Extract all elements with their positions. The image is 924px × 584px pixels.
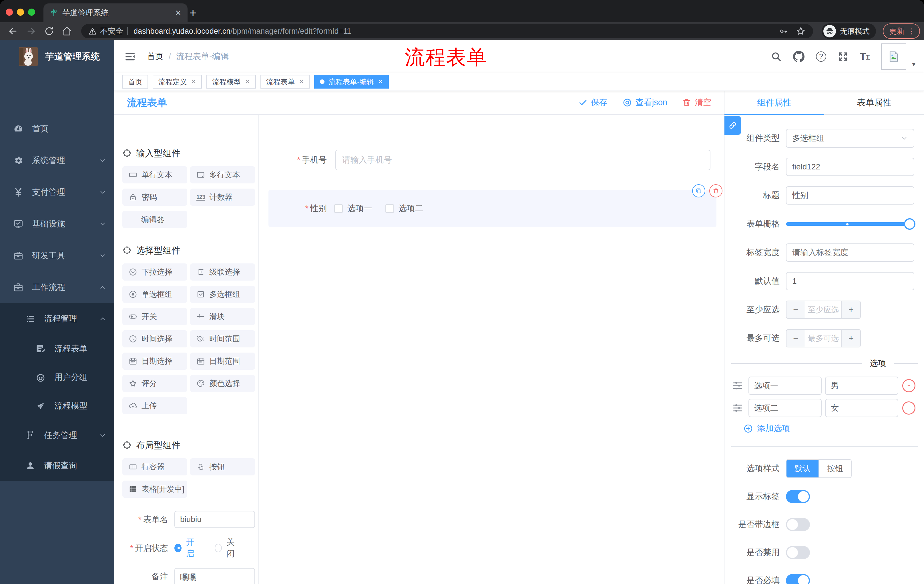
drag-handle-icon[interactable]: [732, 380, 743, 392]
canvas-field-phone[interactable]: *手机号 请输入手机号: [259, 147, 724, 173]
sidebar-item-system[interactable]: 系统管理: [0, 145, 114, 176]
zoom-window-button[interactable]: [28, 8, 35, 16]
grid-slider[interactable]: [786, 215, 914, 233]
palette-item-date-range[interactable]: 日期范围: [190, 352, 255, 370]
palette-item-button[interactable]: 按钮: [190, 458, 255, 475]
forward-icon[interactable]: [26, 26, 36, 36]
sidebar-item-process-model[interactable]: 流程模型: [0, 392, 114, 420]
sidebar-item-workflow[interactable]: 工作流程: [0, 271, 114, 303]
option1-label-input[interactable]: [749, 377, 822, 395]
title-input[interactable]: [786, 186, 914, 204]
minimize-window-button[interactable]: [17, 8, 24, 16]
sidebar-item-payment[interactable]: 支付管理: [0, 176, 114, 208]
palette-item-checkbox-group[interactable]: 多选框组: [190, 286, 255, 303]
delete-component-button[interactable]: [709, 184, 723, 197]
palette-item-rate[interactable]: 评分: [122, 375, 187, 392]
sidebar-item-home[interactable]: 首页: [0, 113, 114, 145]
gender-checkbox-option1[interactable]: 选项一: [334, 203, 372, 214]
close-window-button[interactable]: [6, 8, 13, 16]
style-default-button[interactable]: 默认: [787, 460, 818, 477]
bookmark-star-icon[interactable]: [796, 26, 806, 36]
sidebar-item-infra[interactable]: 基础设施: [0, 208, 114, 240]
status-radio-off[interactable]: 关闭: [215, 536, 239, 559]
design-canvas[interactable]: *手机号 请输入手机号: [259, 115, 724, 584]
slider-track[interactable]: [786, 222, 914, 226]
tag-close-icon[interactable]: ✕: [245, 78, 250, 86]
status-radio-on[interactable]: 开启: [174, 536, 199, 559]
label-width-input[interactable]: [786, 243, 914, 262]
default-value-input[interactable]: [786, 272, 914, 290]
caret-down-icon[interactable]: ▼: [911, 61, 917, 68]
hamburger-fold-icon[interactable]: [124, 51, 136, 63]
link-drag-tag[interactable]: [724, 116, 741, 135]
palette-item-switch[interactable]: 开关: [122, 308, 187, 325]
duplicate-component-button[interactable]: [692, 184, 705, 197]
remove-option-button[interactable]: −: [902, 379, 916, 392]
tag-close-icon[interactable]: ✕: [299, 78, 304, 86]
canvas-selected-checkbox-group[interactable]: *性别 选项一 选项二: [269, 190, 716, 227]
palette-item-password[interactable]: 密码: [122, 189, 187, 206]
help-icon[interactable]: ?: [816, 51, 826, 62]
palette-item-date-picker[interactable]: 日期选择: [122, 352, 187, 370]
update-label[interactable]: 更新: [889, 26, 904, 36]
new-tab-button[interactable]: +: [185, 5, 201, 21]
palette-item-row-container[interactable]: 行容器: [122, 458, 187, 475]
breadcrumb-home[interactable]: 首页: [147, 51, 163, 62]
plus-icon[interactable]: +: [842, 301, 860, 318]
gender-checkbox-option2[interactable]: 选项二: [385, 203, 423, 214]
palette-item-editor[interactable]: 编辑器: [122, 211, 187, 228]
sidebar-item-devtools[interactable]: 研发工具: [0, 240, 114, 271]
min-select-input[interactable]: 至少应选: [805, 301, 842, 318]
tab-close-icon[interactable]: ✕: [175, 8, 181, 17]
palette-item-slider[interactable]: 滑块: [190, 308, 255, 325]
option1-value-input[interactable]: [825, 377, 898, 395]
palette-item-table[interactable]: 表格[开发中]: [122, 480, 187, 498]
back-icon[interactable]: [7, 26, 18, 36]
view-json-button[interactable]: 查看json: [622, 97, 667, 108]
tab-form-props[interactable]: 表单属性: [824, 91, 924, 114]
style-button-button[interactable]: 按钮: [818, 460, 851, 477]
tab-component-props[interactable]: 组件属性: [724, 91, 824, 114]
sidebar-item-process-mgmt[interactable]: 流程管理: [0, 303, 114, 335]
tag-close-icon[interactable]: ✕: [378, 78, 383, 86]
sidebar-logo[interactable]: 芋道管理系统: [0, 40, 114, 73]
sidebar-item-task-mgmt[interactable]: 任务管理: [0, 420, 114, 451]
reload-icon[interactable]: [44, 26, 54, 36]
border-toggle[interactable]: [786, 518, 810, 531]
home-icon[interactable]: [62, 26, 72, 36]
disabled-toggle[interactable]: [786, 546, 810, 559]
checkbox-icon[interactable]: [385, 204, 394, 213]
tag-close-icon[interactable]: ✕: [191, 78, 196, 86]
sidebar-item-leave-query[interactable]: 请假查询: [0, 451, 114, 481]
browser-menu-icon[interactable]: ⋮: [908, 28, 916, 35]
checkbox-icon[interactable]: [334, 204, 343, 213]
show-label-toggle[interactable]: [786, 490, 810, 503]
sidebar-item-process-form[interactable]: 流程表单: [0, 335, 114, 363]
tag-process-definition[interactable]: 流程定义✕: [153, 75, 202, 89]
palette-item-single-text[interactable]: 单行文本: [122, 166, 187, 183]
palette-item-color-picker[interactable]: 颜色选择: [190, 375, 255, 392]
phone-input[interactable]: 请输入手机号: [335, 150, 710, 170]
update-chip[interactable]: 更新 ⋮: [883, 23, 920, 39]
palette-item-multi-text[interactable]: 多行文本: [190, 166, 255, 183]
minus-icon[interactable]: −: [787, 301, 805, 318]
sidebar-item-user-group[interactable]: 用户分组: [0, 363, 114, 392]
field-name-input[interactable]: [786, 158, 914, 176]
slider-handle[interactable]: [904, 218, 916, 230]
save-button[interactable]: 保存: [578, 97, 607, 108]
drag-handle-icon[interactable]: [732, 402, 743, 414]
palette-item-time-picker[interactable]: 时间选择: [122, 330, 187, 347]
browser-tab[interactable]: 芋道管理系统 ✕: [43, 3, 188, 22]
plus-icon[interactable]: +: [842, 330, 860, 347]
tag-process-model[interactable]: 流程模型✕: [206, 75, 256, 89]
font-size-icon[interactable]: TT: [860, 53, 870, 60]
palette-item-upload[interactable]: 上传: [122, 397, 187, 414]
tag-home[interactable]: 首页: [122, 75, 148, 89]
palette-item-select[interactable]: 下拉选择: [122, 263, 187, 281]
password-key-icon[interactable]: [779, 26, 788, 36]
github-icon[interactable]: [793, 51, 805, 62]
option2-label-input[interactable]: [749, 399, 822, 417]
search-icon[interactable]: [771, 51, 782, 62]
component-type-select[interactable]: 多选框组: [786, 129, 914, 148]
address-bar[interactable]: 不安全 dashboard.yudao.iocoder.cn/bpm/manag…: [81, 24, 813, 38]
